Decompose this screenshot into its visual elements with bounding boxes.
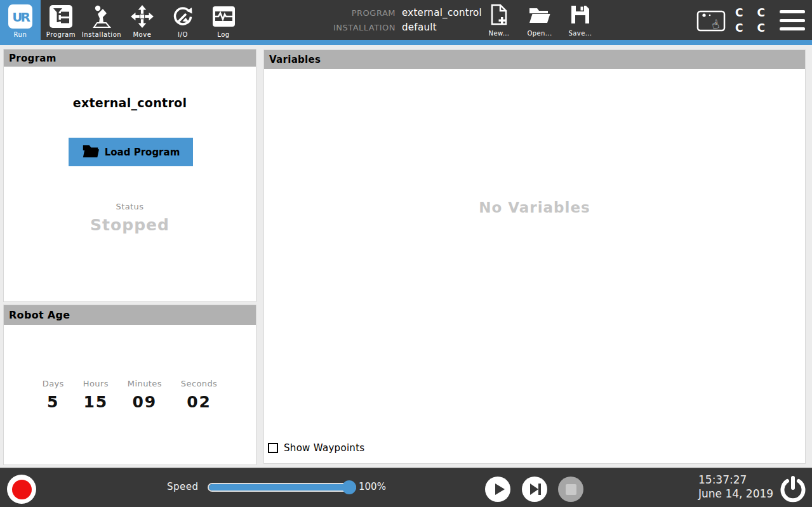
tab-log-label: Log: [217, 31, 230, 38]
show-waypoints-checkbox[interactable]: [268, 443, 278, 453]
robot-age-panel-header: Robot Age: [4, 305, 256, 325]
show-waypoints-label: Show Waypoints: [284, 442, 364, 454]
tab-move[interactable]: Move: [122, 0, 163, 40]
status-label: Status: [4, 202, 256, 211]
variables-panel-header: Variables: [264, 50, 805, 69]
tab-program[interactable]: Program: [41, 0, 81, 40]
hamburger-menu-icon[interactable]: [780, 10, 805, 30]
svg-text:UR: UR: [12, 10, 30, 25]
installation-field-label: INSTALLATION: [289, 23, 396, 32]
program-tree-icon: [50, 3, 72, 30]
hamburger-bar: [780, 27, 805, 30]
age-days: Days 5: [43, 379, 64, 411]
speed-slider-thumb[interactable]: [342, 480, 356, 494]
age-days-value: 5: [43, 393, 64, 411]
new-button[interactable]: New...: [480, 3, 518, 39]
speed-slider-fill: [209, 484, 349, 491]
age-seconds: Seconds 02: [181, 379, 217, 411]
open-folder-icon: [528, 3, 551, 29]
status-value: Stopped: [4, 216, 256, 234]
connection-status-indicator: C C C C: [735, 5, 766, 36]
step-button[interactable]: [522, 477, 547, 502]
connection-row: C C: [735, 5, 766, 20]
new-file-icon: [490, 3, 508, 29]
log-waveform-icon: [212, 3, 236, 30]
load-program-button-label: Load Program: [105, 147, 180, 158]
age-hours-value: 15: [83, 393, 109, 411]
tab-program-label: Program: [46, 31, 76, 38]
loaded-file-info: PROGRAM external_control INSTALLATION de…: [289, 7, 482, 33]
step-icon: [522, 477, 547, 502]
hamburger-bar: [780, 19, 805, 22]
variables-panel: Variables No Variables Show Waypoints: [263, 49, 806, 464]
open-button[interactable]: Open...: [521, 3, 559, 39]
speed-value: 100%: [359, 481, 386, 492]
load-program-button[interactable]: Load Program: [69, 138, 193, 166]
open-button-label: Open...: [527, 30, 552, 37]
play-button[interactable]: [485, 477, 510, 502]
new-button-label: New...: [489, 30, 510, 37]
tab-io-label: I/O: [178, 31, 188, 38]
program-field-label: PROGRAM: [289, 8, 396, 18]
top-toolbar: UR Run Program: [0, 0, 812, 40]
date-value: June 14, 2019: [698, 487, 773, 501]
initialize-robot-button[interactable]: [7, 475, 36, 504]
program-field-value: external_control: [402, 7, 482, 18]
program-panel: Program external_control Load Program St…: [3, 49, 256, 302]
age-days-label: Days: [43, 379, 64, 388]
age-seconds-value: 02: [181, 393, 217, 411]
age-minutes-value: 09: [128, 393, 162, 411]
speed-label: Speed: [167, 481, 199, 492]
age-hours-label: Hours: [83, 379, 109, 388]
save-floppy-icon: [570, 3, 590, 29]
connection-row: C C: [735, 20, 766, 36]
teach-pendant-icon[interactable]: ☝: [696, 6, 726, 36]
tab-installation[interactable]: Installation: [81, 0, 122, 40]
bottom-bar: [0, 468, 812, 507]
play-icon: [485, 477, 510, 502]
power-button[interactable]: [778, 475, 808, 504]
age-minutes: Minutes 09: [128, 379, 162, 411]
age-hours: Hours 15: [83, 379, 109, 411]
tab-installation-label: Installation: [82, 31, 122, 38]
power-icon: [779, 475, 807, 503]
accent-line: [0, 40, 812, 45]
save-button[interactable]: Save...: [561, 3, 599, 39]
save-button-label: Save...: [569, 30, 592, 37]
installation-field-value: default: [402, 22, 482, 33]
robot-age-counters: Days 5 Hours 15 Minutes 09 Seconds 02: [4, 379, 256, 411]
clock: 15:37:27 June 14, 2019: [698, 473, 773, 501]
hamburger-bar: [780, 10, 805, 13]
ur-logo-icon: UR: [8, 3, 32, 30]
show-waypoints-toggle[interactable]: Show Waypoints: [268, 442, 364, 454]
time-value: 15:37:27: [698, 473, 773, 487]
tab-run-label: Run: [14, 31, 27, 38]
no-variables-message: No Variables: [264, 199, 805, 216]
program-panel-header: Program: [4, 49, 256, 67]
tab-run[interactable]: UR Run: [0, 0, 41, 40]
robot-age-panel: Robot Age Days 5 Hours 15 Minutes 09 Sec…: [3, 305, 256, 465]
age-seconds-label: Seconds: [181, 379, 217, 388]
stop-button[interactable]: [558, 477, 583, 502]
move-arrows-icon: [130, 3, 154, 30]
tab-move-label: Move: [133, 31, 151, 38]
tab-log[interactable]: Log: [203, 0, 244, 40]
robot-status-red-icon: [12, 480, 32, 499]
tab-io[interactable]: I/O: [163, 0, 203, 40]
folder-icon: [82, 143, 99, 161]
age-minutes-label: Minutes: [128, 379, 162, 388]
loaded-program-name: external_control: [4, 96, 256, 110]
robot-arm-icon: [89, 3, 114, 30]
io-circular-arrows-icon: [171, 3, 195, 30]
stop-icon: [566, 484, 576, 495]
speed-slider[interactable]: [208, 483, 356, 492]
